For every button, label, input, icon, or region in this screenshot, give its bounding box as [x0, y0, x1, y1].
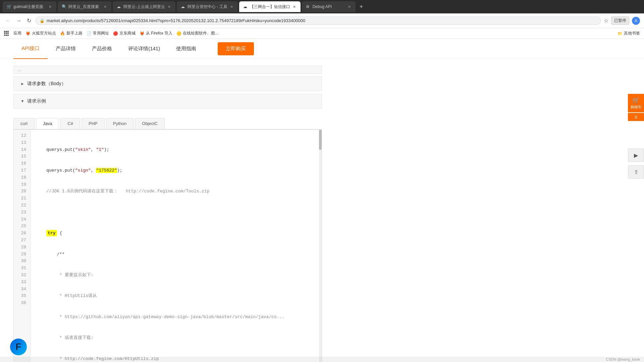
tab-title-baidu: 阿里云_百度搜索: [68, 4, 101, 10]
cart-label: 购物车: [631, 105, 642, 110]
apps-icon[interactable]: [4, 31, 9, 36]
line-num-17: 17: [14, 167, 30, 174]
bookmark-newbie[interactable]: 🔥 新手上路: [60, 31, 83, 36]
tab-favicon-aliyun2: ☁: [181, 4, 185, 9]
bookmark-firefox[interactable]: 🦊 火狐官方站点: [25, 31, 56, 36]
nav-price[interactable]: 产品价格: [84, 39, 120, 59]
line-num-35: 35: [14, 293, 30, 300]
line-num-21: 21: [14, 195, 30, 202]
code-tabs-wrapper: curl Java C# PHP Python ObjectC: [13, 111, 322, 129]
bookmark-icon-newbie: 🔥: [60, 31, 65, 36]
code-line-20: * https://github.com/aliyun/api-gateway-…: [36, 314, 316, 321]
scrollbar-thumb[interactable]: [319, 130, 322, 150]
tab-gulimall[interactable]: 🛒 gulimall注册页面 ✕: [3, 1, 56, 12]
code-scrollbar[interactable]: [319, 130, 322, 362]
bookmark-draw[interactable]: 🟡 在线绘图软件、图...: [176, 31, 218, 36]
site-nav: API接口 产品详情 产品价格 评论详情(141) 使用指南 立即购买: [0, 39, 644, 59]
tab-favicon-baidu: 🔍: [62, 4, 66, 9]
tab-title-sms: 【三网合一】短信接口: [250, 4, 290, 10]
back-button[interactable]: ←: [4, 16, 12, 25]
tab-php[interactable]: PHP: [82, 118, 105, 129]
code-line-18: * 重要提示如下:: [36, 272, 316, 279]
code-lines: querys.put("skin", "1"); querys.put("sig…: [31, 130, 322, 362]
line-num-36: 36: [14, 300, 30, 307]
tab-close-aliyun2[interactable]: ✕: [229, 4, 234, 10]
line-num-33: 33: [14, 279, 30, 286]
cart-button[interactable]: 🛒 购物车: [628, 94, 644, 112]
code-line-17: /**: [36, 251, 316, 258]
bookmark-common[interactable]: 📄 常用网址: [87, 31, 109, 36]
address-bar[interactable]: 🔒 market.aliyun.com/products/57126001/cm…: [35, 16, 601, 25]
tab-close-baidu[interactable]: ✕: [103, 4, 107, 10]
bookmark-import[interactable]: 🦊 从 Firefox 导入: [140, 31, 172, 36]
tab-debug[interactable]: ⚙ Debug API ✕: [302, 1, 356, 12]
badge-button[interactable]: 0: [628, 113, 644, 121]
tab-favicon-debug: ⚙: [306, 4, 311, 9]
nav-guide[interactable]: 使用指南: [168, 39, 204, 59]
play-icon: ▶: [634, 152, 638, 159]
nav-review[interactable]: 评论详情(141): [120, 39, 168, 59]
firefox-icon[interactable]: F: [10, 339, 27, 355]
tab-sms[interactable]: ☁ 【三网合一】短信接口 ✕: [239, 1, 301, 12]
expand-icon-body: ►: [20, 81, 24, 86]
bookmark-star-button[interactable]: ☆: [604, 17, 608, 24]
nav-detail[interactable]: 产品详情: [48, 39, 84, 59]
new-tab-button[interactable]: +: [357, 2, 366, 12]
line-num-19: 19: [14, 181, 30, 188]
paused-button[interactable]: 已暂停: [611, 16, 629, 25]
tab-close-gulimall[interactable]: ✕: [48, 4, 52, 10]
bookmark-icon-other: 📁: [618, 31, 623, 36]
line-num-23: 23: [14, 209, 30, 216]
section-body-params[interactable]: ► 请求参数（Body）: [13, 76, 322, 91]
line-num-32: 32: [14, 272, 30, 279]
nav-api[interactable]: API接口: [13, 39, 48, 59]
tab-baidu[interactable]: 🔍 阿里云_百度搜索 ✕: [58, 1, 111, 12]
bookmark-icon-common: 📄: [87, 31, 92, 36]
play-button[interactable]: ▶: [628, 148, 644, 162]
tab-curl[interactable]: curl: [13, 118, 35, 129]
bookmark-jd[interactable]: 🔴 京东商城: [113, 31, 136, 36]
line-num-29: 29: [14, 251, 30, 258]
tab-bar: 🛒 gulimall注册页面 ✕ 🔍 阿里云_百度搜索 ✕ ☁ 阿里云-上云就上…: [0, 0, 644, 13]
bookmark-apps-label[interactable]: 应用: [13, 31, 21, 36]
profile-avatar[interactable]: A: [632, 17, 640, 25]
tab-close-sms[interactable]: ✕: [292, 4, 297, 10]
tab-close-aliyun1[interactable]: ✕: [167, 4, 171, 10]
line-num-16: 16: [14, 160, 30, 167]
line-num-18: 18: [14, 174, 30, 181]
bookmark-other[interactable]: 📁 其他书签: [618, 31, 640, 36]
tab-title-debug: Debug API: [313, 4, 345, 9]
tab-python[interactable]: Python: [106, 118, 133, 129]
code-container: 12 13 14 15 16 17 18 19 20 21 22 23 24 2…: [13, 129, 322, 362]
tab-aliyun1[interactable]: ☁ 阿里云-上云就上阿里云 ✕: [113, 1, 175, 12]
bookmark-icon-draw: 🟡: [176, 31, 181, 36]
line-num-24: 24: [14, 216, 30, 223]
line-num-30: 30: [14, 258, 30, 265]
code-line-21: * 或者直接下载:: [36, 335, 316, 342]
line-num-20: 20: [14, 188, 30, 195]
reload-button[interactable]: ↻: [25, 16, 33, 25]
badge-num: 0: [635, 115, 637, 120]
line-num-22: 22: [14, 202, 30, 209]
forward-button[interactable]: →: [15, 16, 23, 25]
tab-csharp[interactable]: C#: [60, 118, 80, 129]
line-num-26: 26: [14, 230, 30, 237]
up-arrow-icon: ⇧: [634, 169, 638, 175]
nav-bar: ← → ↻ 🔒 market.aliyun.com/products/57126…: [0, 13, 644, 28]
section-body-title: 请求参数（Body）: [27, 81, 66, 87]
line-num-15: 15: [14, 153, 30, 160]
code-line-16: try {: [36, 230, 316, 237]
tab-aliyun2[interactable]: ☁ 阿里云管控中心 - 工具 ✕: [177, 1, 238, 12]
back-to-top-button[interactable]: ⇧: [628, 165, 644, 179]
tab-objc[interactable]: ObjectC: [135, 118, 165, 129]
code-line-13: querys.put("sign", "175622");: [36, 167, 316, 174]
tab-java[interactable]: Java: [36, 118, 59, 129]
browser-chrome: 🛒 gulimall注册页面 ✕ 🔍 阿里云_百度搜索 ✕ ☁ 阿里云-上云就上…: [0, 0, 644, 39]
tab-close-debug[interactable]: ✕: [347, 4, 352, 10]
address-text: market.aliyun.com/products/57126001/cmap…: [47, 18, 597, 23]
tab-favicon-gulimall: 🛒: [7, 4, 11, 9]
buy-button[interactable]: 立即购买: [218, 42, 254, 55]
section-example[interactable]: ▼ 请求示例: [13, 94, 322, 109]
code-line-19: * HttpUtils请从: [36, 293, 316, 300]
code-block: 12 13 14 15 16 17 18 19 20 21 22 23 24 2…: [14, 130, 322, 362]
